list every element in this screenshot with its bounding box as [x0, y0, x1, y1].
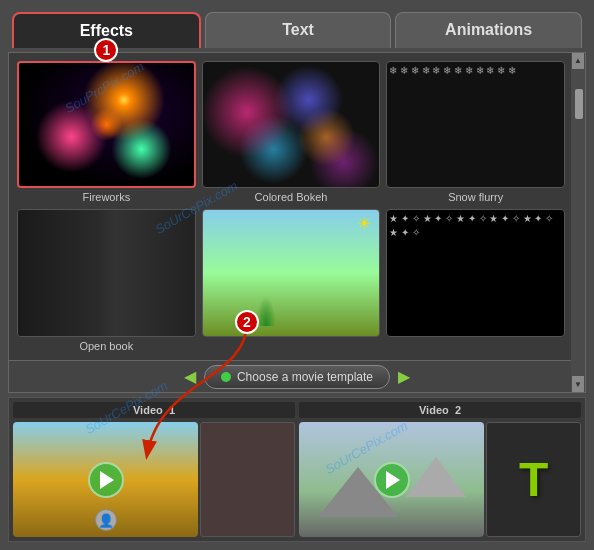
effect-colored-bokeh[interactable]: Colored Bokeh — [202, 61, 381, 204]
effects-grid: Fireworks Colored Bokeh Snow flurry Open… — [9, 53, 585, 360]
effect-thumb-stars — [386, 209, 565, 337]
template-label: Choose a movie template — [237, 370, 373, 384]
annotation-1: 1 — [94, 38, 118, 62]
track-video-2: Video 2 T — [299, 402, 581, 537]
tab-text-label: Text — [282, 21, 314, 39]
track-video-1: Video 1 👤 — [13, 402, 295, 537]
tabs-row: Effects 1 Text Animations — [8, 8, 586, 48]
template-arrow-left-icon: ◀ — [184, 367, 196, 386]
text-slot: T — [486, 422, 581, 537]
tab-animations[interactable]: Animations — [395, 12, 582, 48]
play-icon-1 — [100, 471, 114, 489]
effect-label-fireworks: Fireworks — [82, 191, 130, 203]
play-button-2[interactable] — [374, 462, 410, 498]
play-button-1[interactable] — [88, 462, 124, 498]
tab-animations-label: Animations — [445, 21, 532, 39]
annotation-2-badge: 2 — [235, 310, 259, 334]
tab-effects[interactable]: Effects 1 — [12, 12, 201, 48]
scroll-down-button[interactable]: ▼ — [572, 376, 584, 392]
effect-label-bokeh: Colored Bokeh — [255, 191, 328, 203]
empty-slot-1 — [200, 422, 295, 537]
track-2-header: Video 2 — [299, 402, 581, 418]
template-button[interactable]: Choose a movie template — [204, 365, 390, 389]
effect-snow-flurry[interactable]: Snow flurry — [386, 61, 565, 204]
effect-stars[interactable] — [386, 209, 565, 352]
track-1-content: 👤 — [13, 422, 295, 537]
effect-fireworks[interactable]: Fireworks — [17, 61, 196, 204]
scroll-up-button[interactable]: ▲ — [572, 53, 584, 69]
effect-thumb-snow — [386, 61, 565, 189]
timeline-area: Video 1 👤 Video — [8, 397, 586, 542]
video-thumb-2 — [299, 422, 484, 537]
scroll-thumb[interactable] — [575, 89, 583, 119]
effect-label-snow: Snow flurry — [448, 191, 503, 203]
play-icon-2 — [386, 471, 400, 489]
effects-panel: ▲ ▼ Fireworks Colored Bokeh Snow flurry — [8, 52, 586, 393]
big-t-icon: T — [519, 452, 548, 507]
template-bar[interactable]: ◀ Choose a movie template ▶ — [9, 360, 585, 392]
timeline-tracks: Video 1 👤 Video — [9, 398, 585, 541]
main-container: Effects 1 Text Animations ▲ ▼ Firewor — [0, 0, 594, 550]
effect-thumb-openbook — [17, 209, 196, 337]
green-dot-icon — [221, 372, 231, 382]
effect-thumb-fireworks — [17, 61, 196, 189]
track-1-header: Video 1 — [13, 402, 295, 418]
user-icon-1[interactable]: 👤 — [95, 509, 117, 531]
effect-thumb-landscape — [202, 209, 381, 337]
effect-thumb-bokeh — [202, 61, 381, 189]
scrollbar-vertical[interactable]: ▲ ▼ — [571, 53, 585, 392]
tab-text[interactable]: Text — [205, 12, 392, 48]
template-arrow-right-icon: ▶ — [398, 367, 410, 386]
track-2-content: T — [299, 422, 581, 537]
video-thumb-1: 👤 — [13, 422, 198, 537]
effect-open-book[interactable]: Open book — [17, 209, 196, 352]
effect-label-openbook: Open book — [79, 340, 133, 352]
effect-landscape[interactable] — [202, 209, 381, 352]
